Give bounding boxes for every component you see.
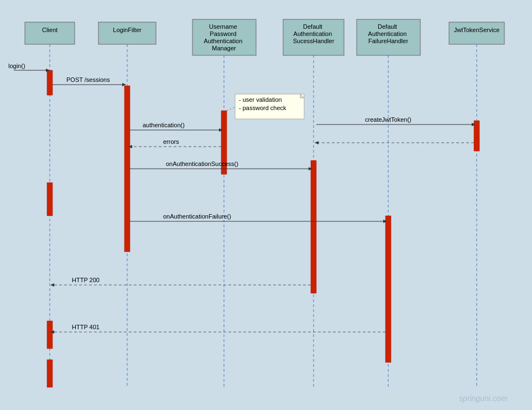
msg-jwt-create-label: createJwtToken() bbox=[365, 116, 411, 123]
activation-jwt-service bbox=[474, 121, 479, 151]
msg-failure-label: onAuthenticationFailure() bbox=[163, 213, 231, 220]
activation-client-3 bbox=[47, 321, 53, 349]
msg-success-label: onAuthenticationSuccess() bbox=[166, 160, 238, 167]
actor-jwt-service bbox=[449, 22, 504, 44]
msg-errors-label: errors bbox=[163, 138, 179, 145]
msg-post-sessions-label: POST /sessions bbox=[66, 76, 110, 83]
actor-client-label: Client bbox=[42, 27, 58, 33]
note-text-1: - user validation bbox=[239, 96, 282, 103]
actor-login-filter bbox=[98, 22, 156, 44]
watermark: springuni.com bbox=[459, 394, 507, 403]
activation-success-handler bbox=[311, 160, 316, 293]
diagram-container: Client LoginFilter Username Password Aut… bbox=[0, 0, 532, 410]
msg-login-label: login() bbox=[8, 63, 25, 69]
note-text-2: - password check bbox=[239, 105, 286, 111]
svg-rect-0 bbox=[0, 0, 532, 410]
msg-http200-label: HTTP 200 bbox=[72, 277, 100, 283]
activation-login-filter bbox=[124, 86, 130, 252]
activation-failure-handler bbox=[385, 216, 391, 362]
msg-authentication-label: authentication() bbox=[143, 122, 185, 128]
actor-jwt-service-label: JwtTokenService bbox=[454, 27, 500, 33]
activation-client-2 bbox=[47, 183, 53, 216]
msg-http401-label: HTTP 401 bbox=[72, 324, 100, 330]
activation-client-4 bbox=[47, 360, 53, 387]
actor-login-filter-label: LoginFilter bbox=[113, 27, 142, 33]
activation-client-1 bbox=[47, 70, 53, 95]
actor-client bbox=[25, 22, 75, 44]
